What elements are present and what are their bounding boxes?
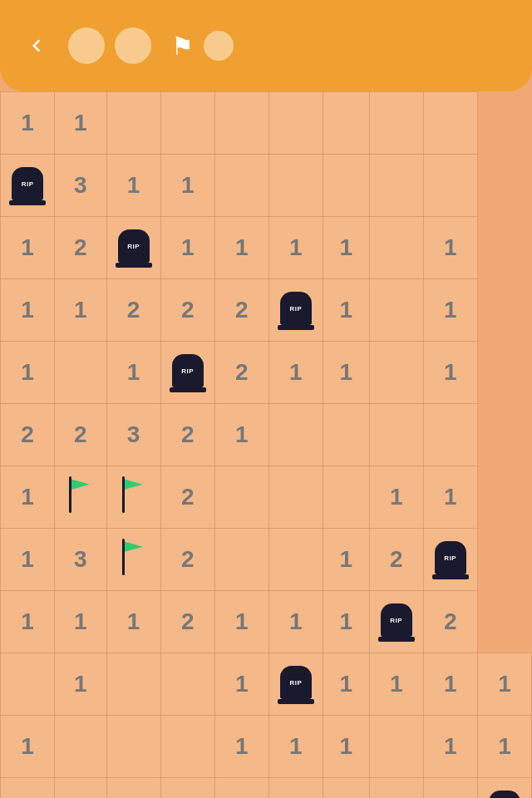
cell-9-2[interactable] (106, 653, 160, 716)
cell-6-3[interactable]: 2 (160, 466, 214, 529)
cell-0-0[interactable]: 1 (1, 92, 55, 155)
cell-7-4[interactable] (214, 529, 268, 591)
cell-8-8[interactable]: 2 (423, 591, 477, 653)
cell-11-9[interactable] (477, 778, 531, 799)
cell-7-5[interactable] (268, 529, 323, 591)
cell-8-0[interactable]: 1 (1, 591, 55, 653)
cell-11-1[interactable] (55, 778, 106, 799)
cell-4-4[interactable]: 2 (214, 342, 268, 404)
cell-11-8[interactable]: 2 (423, 778, 477, 799)
cell-10-9[interactable]: 1 (477, 716, 531, 778)
cell-2-8[interactable]: 1 (423, 217, 477, 279)
cell-6-6[interactable] (323, 466, 369, 529)
cell-3-3[interactable]: 2 (160, 279, 214, 342)
cell-8-2[interactable]: 1 (106, 591, 160, 653)
cell-10-0[interactable]: 1 (1, 716, 55, 778)
cell-10-7[interactable] (369, 716, 423, 778)
cell-9-0[interactable] (1, 653, 55, 716)
cell-7-6[interactable]: 1 (323, 529, 369, 591)
cell-7-1[interactable]: 3 (55, 529, 106, 591)
cell-0-8[interactable] (423, 92, 477, 155)
cell-11-0[interactable] (1, 778, 55, 799)
cell-6-0[interactable]: 1 (1, 466, 55, 529)
cell-2-2[interactable] (106, 217, 160, 279)
cell-7-3[interactable]: 2 (160, 529, 214, 591)
cell-1-0[interactable] (1, 155, 55, 217)
cell-1-1[interactable]: 3 (55, 155, 106, 217)
cell-10-8[interactable]: 1 (423, 716, 477, 778)
cell-2-4[interactable]: 1 (214, 217, 268, 279)
cell-11-3[interactable]: 1 (160, 778, 214, 799)
cell-4-6[interactable]: 1 (323, 342, 369, 404)
cell-5-6[interactable] (323, 404, 369, 466)
cell-10-5[interactable]: 1 (268, 716, 323, 778)
cell-1-7[interactable] (369, 155, 423, 217)
cell-9-4[interactable]: 1 (214, 653, 268, 716)
cell-5-4[interactable]: 1 (214, 404, 268, 466)
cell-11-2[interactable] (106, 778, 160, 799)
cell-10-3[interactable] (160, 716, 214, 778)
cell-6-2[interactable] (106, 466, 160, 529)
cell-6-4[interactable] (214, 466, 268, 529)
cell-1-5[interactable] (268, 155, 323, 217)
cell-9-5[interactable] (268, 653, 323, 716)
cell-6-8[interactable]: 1 (423, 466, 477, 529)
cell-0-1[interactable]: 1 (55, 92, 106, 155)
cell-3-8[interactable]: 1 (423, 279, 477, 342)
cell-5-3[interactable]: 2 (160, 404, 214, 466)
cell-10-1[interactable] (55, 716, 106, 778)
cell-8-3[interactable]: 2 (160, 591, 214, 653)
back-button[interactable] (15, 24, 58, 67)
cell-4-3[interactable] (160, 342, 214, 404)
cell-6-1[interactable] (55, 466, 106, 529)
cell-1-4[interactable] (214, 155, 268, 217)
cell-2-6[interactable]: 1 (323, 217, 369, 279)
cell-10-2[interactable] (106, 716, 160, 778)
cell-0-6[interactable] (323, 92, 369, 155)
cell-7-0[interactable]: 1 (1, 529, 55, 591)
cell-3-7[interactable] (369, 279, 423, 342)
cell-1-8[interactable] (423, 155, 477, 217)
cell-3-0[interactable]: 1 (1, 279, 55, 342)
cell-3-4[interactable]: 2 (214, 279, 268, 342)
minesweeper-table[interactable]: 11 31112 1111111222 1111 211122321121113… (0, 91, 532, 798)
cell-5-7[interactable] (369, 404, 423, 466)
cell-1-3[interactable]: 1 (160, 155, 214, 217)
cell-8-5[interactable]: 1 (268, 591, 323, 653)
cell-11-6[interactable]: 1 (323, 778, 369, 799)
cell-9-6[interactable]: 1 (323, 653, 369, 716)
cell-0-7[interactable] (369, 92, 423, 155)
cell-2-7[interactable] (369, 217, 423, 279)
cell-4-7[interactable] (369, 342, 423, 404)
cell-9-8[interactable]: 1 (423, 653, 477, 716)
cell-5-2[interactable]: 3 (106, 404, 160, 466)
cell-2-5[interactable]: 1 (268, 217, 323, 279)
cell-7-2[interactable] (106, 529, 160, 591)
cell-2-0[interactable]: 1 (1, 217, 55, 279)
cell-4-0[interactable]: 1 (1, 342, 55, 404)
cell-3-2[interactable]: 2 (106, 279, 160, 342)
cell-0-4[interactable] (214, 92, 268, 155)
cell-5-5[interactable] (268, 404, 323, 466)
cell-8-4[interactable]: 1 (214, 591, 268, 653)
cell-5-1[interactable]: 2 (55, 404, 106, 466)
cell-3-6[interactable]: 1 (323, 279, 369, 342)
cell-9-7[interactable]: 1 (369, 653, 423, 716)
cell-11-7[interactable]: 1 (369, 778, 423, 799)
cell-10-4[interactable]: 1 (214, 716, 268, 778)
cell-5-8[interactable] (423, 404, 477, 466)
cell-9-3[interactable] (160, 653, 214, 716)
cell-6-7[interactable]: 1 (369, 466, 423, 529)
cell-11-4[interactable]: 2 (214, 778, 268, 799)
cell-10-6[interactable]: 1 (323, 716, 369, 778)
cell-9-1[interactable]: 1 (55, 653, 106, 716)
cell-7-8[interactable] (423, 529, 477, 591)
cell-3-5[interactable] (268, 279, 323, 342)
cell-8-1[interactable]: 1 (55, 591, 106, 653)
cell-5-0[interactable]: 2 (1, 404, 55, 466)
cell-8-7[interactable] (369, 591, 423, 653)
cell-4-5[interactable]: 1 (268, 342, 323, 404)
cell-8-6[interactable]: 1 (323, 591, 369, 653)
cell-2-1[interactable]: 2 (55, 217, 106, 279)
cell-3-1[interactable]: 1 (55, 279, 106, 342)
